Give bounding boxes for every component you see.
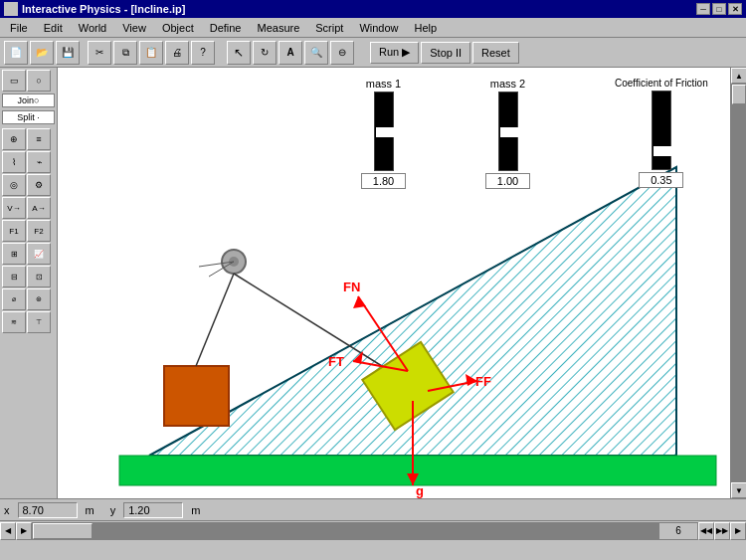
- svg-rect-4: [119, 456, 716, 485]
- scroll-thumb[interactable]: [732, 85, 746, 104]
- tool-spring[interactable]: ⌇: [2, 151, 26, 173]
- scroll-track[interactable]: [731, 84, 746, 482]
- zoom-btn[interactable]: 🔍: [304, 41, 328, 65]
- menu-help[interactable]: Help: [407, 20, 446, 36]
- open-btn[interactable]: 📂: [30, 41, 54, 65]
- tool-extra[interactable]: ⊤: [27, 311, 51, 333]
- hscroll-right-btn[interactable]: ▶: [730, 522, 746, 540]
- right-scrollbar: ▲ ▼: [730, 68, 746, 498]
- menu-edit[interactable]: Edit: [36, 20, 71, 36]
- bottom-scrollbar: ◀ ▶ 6 ◀◀ ▶▶ ▶: [0, 520, 746, 540]
- reset-button[interactable]: Reset: [472, 42, 519, 64]
- title-bar: IP Interactive Physics - [Incline.ip] ─ …: [0, 0, 746, 18]
- menu-object[interactable]: Object: [154, 20, 202, 36]
- hscroll-left-btn[interactable]: ◀: [0, 522, 16, 540]
- x-unit: m: [86, 504, 94, 516]
- y-label: y: [110, 504, 116, 516]
- help-btn[interactable]: ?: [191, 41, 215, 65]
- tool-coord[interactable]: ⊞: [2, 243, 26, 265]
- slider-friction[interactable]: Coefficient of Friction 0.35: [615, 78, 708, 188]
- x-value: 8.70: [18, 502, 78, 518]
- svg-text:FF: FF: [475, 374, 491, 389]
- tool-motor[interactable]: ⊛: [27, 288, 51, 310]
- tool-gear[interactable]: ⚙: [27, 174, 51, 196]
- menu-measure[interactable]: Measure: [249, 20, 307, 36]
- y-value: 1.20: [123, 502, 183, 518]
- tool-f2[interactable]: F2: [27, 220, 51, 242]
- hscroll-thumb[interactable]: [33, 523, 93, 539]
- tool-pin[interactable]: ⊕: [2, 128, 26, 150]
- split-button[interactable]: Split ·: [2, 110, 55, 124]
- menu-script[interactable]: Script: [307, 20, 351, 36]
- tool-acc[interactable]: A→: [27, 197, 51, 219]
- svg-text:FN: FN: [343, 280, 360, 294]
- window-title: Interactive Physics - [Incline.ip]: [22, 3, 696, 15]
- join-button[interactable]: Join○: [2, 93, 55, 107]
- hscroll-page: 6: [658, 522, 698, 540]
- slider-mass1-track[interactable]: [374, 92, 394, 171]
- canvas-area[interactable]: FN FT FF g mass 1 1.80 mass 2: [58, 68, 730, 498]
- slider-mass2-thumb[interactable]: [500, 127, 518, 137]
- menu-define[interactable]: Define: [202, 20, 250, 36]
- cut-btn[interactable]: ✂: [88, 41, 111, 65]
- tool-vel[interactable]: V→: [2, 197, 26, 219]
- tool-meter[interactable]: ⊟: [2, 266, 26, 287]
- left-toolbar: ▭ ○ Join○ Split · ⊕ ≡ ⌇ ⌁ ◎ ⚙ V→ A→ F1 F…: [0, 68, 58, 498]
- svg-rect-5: [164, 366, 229, 426]
- run-button[interactable]: Run ▶: [370, 42, 419, 64]
- menu-window[interactable]: Window: [351, 20, 406, 36]
- tool-circle[interactable]: ○: [27, 70, 51, 92]
- tool-note[interactable]: ≋: [2, 311, 26, 333]
- app-icon: IP: [4, 2, 18, 16]
- svg-text:FT: FT: [328, 354, 344, 369]
- slider-mass1-value: 1.80: [361, 173, 406, 189]
- slider-mass1[interactable]: mass 1 1.80: [361, 78, 406, 189]
- hscroll-next-btn[interactable]: ▶▶: [714, 522, 730, 540]
- print-btn[interactable]: 🖨: [165, 41, 189, 65]
- toolbar: 📄 📂 💾 ✂ ⧉ 📋 🖨 ? ↖ ↻ A 🔍 ⊖ Run ▶ Stop II …: [0, 38, 746, 68]
- menu-bar: File Edit World View Object Define Measu…: [0, 18, 746, 38]
- save-btn[interactable]: 💾: [56, 41, 80, 65]
- y-unit: m: [191, 504, 200, 516]
- zoomout-btn[interactable]: ⊖: [330, 41, 354, 65]
- new-btn[interactable]: 📄: [4, 41, 28, 65]
- tool-sensor[interactable]: ⌀: [2, 288, 26, 310]
- pointer-btn[interactable]: ↖: [227, 41, 251, 65]
- rotate-btn[interactable]: ↻: [253, 41, 277, 65]
- close-btn[interactable]: ✕: [728, 3, 742, 15]
- slider-mass2-value: 1.00: [485, 173, 530, 189]
- slider-friction-track[interactable]: [652, 91, 671, 170]
- menu-view[interactable]: View: [114, 20, 154, 36]
- scroll-down-btn[interactable]: ▼: [731, 482, 746, 498]
- hscroll-track[interactable]: [32, 522, 658, 540]
- titlebar-controls: ─ □ ✕: [696, 3, 742, 15]
- slider-mass2-track[interactable]: [498, 92, 518, 171]
- slider-mass1-label: mass 1: [366, 78, 401, 90]
- stop-button[interactable]: Stop II: [421, 42, 470, 64]
- tool-track[interactable]: ⊡: [27, 266, 51, 287]
- slider-friction-value: 0.35: [639, 172, 683, 188]
- scroll-up-btn[interactable]: ▲: [731, 68, 746, 84]
- x-label: x: [4, 504, 10, 516]
- slider-friction-label: Coefficient of Friction: [615, 78, 708, 89]
- tool-rect[interactable]: ▭: [2, 70, 26, 92]
- tool-graph[interactable]: 📈: [27, 243, 51, 265]
- menu-world[interactable]: World: [71, 20, 115, 36]
- status-bar: x 8.70 m y 1.20 m: [0, 498, 746, 520]
- slider-mass2[interactable]: mass 2 1.00: [485, 78, 530, 189]
- hscroll-left2-btn[interactable]: ▶: [16, 522, 32, 540]
- menu-file[interactable]: File: [2, 20, 36, 36]
- paste-btn[interactable]: 📋: [139, 41, 163, 65]
- tool-pulley[interactable]: ◎: [2, 174, 26, 196]
- tool-slot[interactable]: ≡: [27, 128, 51, 150]
- minimize-btn[interactable]: ─: [696, 3, 710, 15]
- svg-text:g: g: [416, 483, 424, 498]
- hscroll-prev-btn[interactable]: ◀◀: [698, 522, 714, 540]
- slider-mass1-thumb[interactable]: [376, 127, 394, 137]
- copy-btn[interactable]: ⧉: [113, 41, 137, 65]
- tool-rope[interactable]: ⌁: [27, 151, 51, 173]
- tool-f1[interactable]: F1: [2, 220, 26, 242]
- text-btn[interactable]: A: [279, 41, 302, 65]
- maximize-btn[interactable]: □: [712, 3, 726, 15]
- slider-friction-thumb[interactable]: [653, 146, 671, 156]
